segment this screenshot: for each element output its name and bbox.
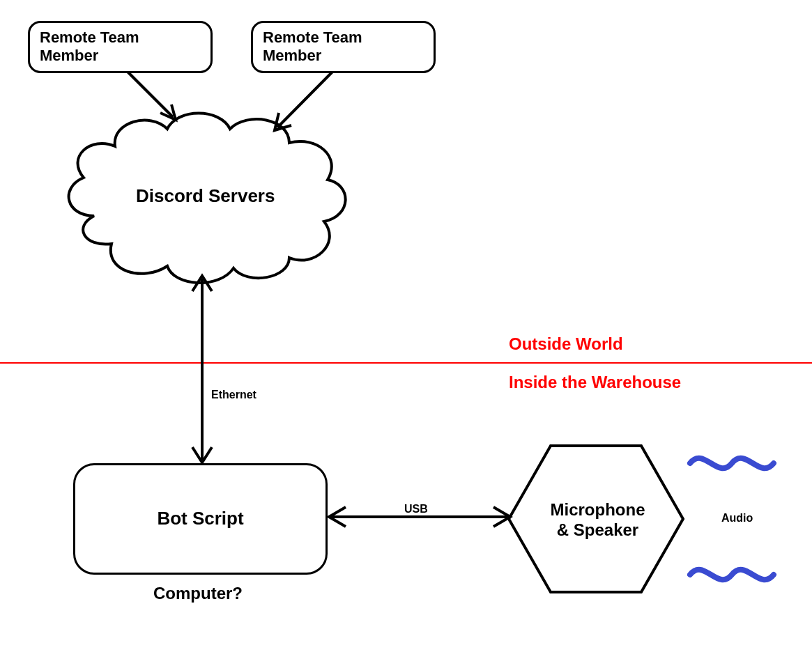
- label-outside-world: Outside World: [509, 334, 623, 354]
- node-mic-speaker-label: Microphone & Speaker: [544, 500, 652, 541]
- node-remote-member-1-label: Remote Team Member: [40, 29, 139, 64]
- node-remote-member-1: Remote Team Member: [28, 21, 213, 73]
- svg-line-0: [125, 70, 173, 117]
- label-computer: Computer?: [153, 584, 243, 603]
- arrow-cloud-bot: [192, 276, 212, 463]
- node-remote-member-2-label: Remote Team Member: [263, 29, 362, 64]
- node-bot-script-label: Bot Script: [157, 508, 243, 529]
- svg-line-1: [277, 70, 335, 127]
- node-bot-script: Bot Script: [73, 463, 328, 575]
- edge-label-ethernet: Ethernet: [211, 389, 256, 401]
- arrow-remote2-to-cloud: [275, 70, 335, 130]
- edge-label-usb: USB: [404, 503, 428, 515]
- audio-wave-bottom: [690, 570, 774, 580]
- label-audio: Audio: [721, 512, 753, 525]
- label-inside-warehouse: Inside the Warehouse: [509, 373, 681, 392]
- arrow-remote1-to-cloud: [125, 70, 176, 120]
- node-remote-member-2: Remote Team Member: [251, 21, 436, 73]
- audio-wave-top: [690, 458, 774, 468]
- node-discord-label: Discord Servers: [136, 185, 275, 207]
